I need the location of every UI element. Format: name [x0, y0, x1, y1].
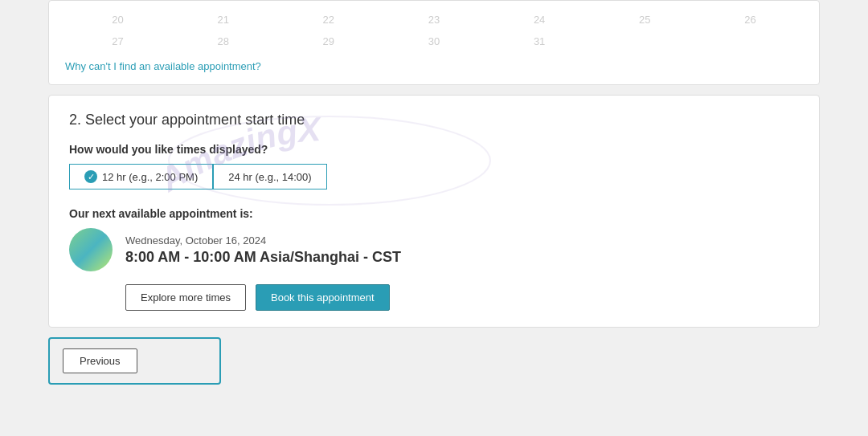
calendar-day: 29 — [276, 31, 381, 52]
time-display-label: How would you like times displayed? — [69, 143, 799, 156]
appointment-date: Wednesday, October 16, 2024 — [125, 234, 401, 247]
calendar-day: 22 — [276, 9, 381, 31]
format-24hr-button[interactable]: 24 hr (e.g., 14:00) — [213, 164, 326, 189]
calendar-row: 27 28 29 30 31 — [65, 31, 803, 52]
calendar-day: 24 — [487, 9, 592, 31]
section-title: 2. Select your appointment start time — [69, 112, 799, 128]
format-24hr-label: 24 hr (e.g., 14:00) — [228, 171, 311, 183]
calendar-day — [592, 31, 698, 52]
calendar-day: 26 — [698, 9, 803, 31]
calendar-day — [698, 31, 803, 52]
explore-times-button[interactable]: Explore more times — [125, 284, 246, 311]
appointment-icon — [69, 228, 113, 271]
calendar-day: 20 — [65, 9, 170, 31]
calendar-day: 30 — [381, 31, 486, 52]
appointment-section: 2. Select your appointment start time Ho… — [48, 95, 820, 328]
calendar-day: 25 — [592, 9, 698, 31]
calendar-grid: 20 21 22 23 24 25 26 27 28 29 30 31 — [65, 9, 803, 52]
appointment-actions: Explore more times Book this appointment — [125, 284, 799, 311]
format-12hr-button[interactable]: ✓ 12 hr (e.g., 2:00 PM) — [69, 164, 213, 189]
why-appointment-link[interactable]: Why can't I find an available appointmen… — [65, 60, 803, 72]
appointment-details: Wednesday, October 16, 2024 8:00 AM - 10… — [125, 234, 401, 266]
appointment-time: 8:00 AM - 10:00 AM Asia/Shanghai - CST — [125, 249, 401, 266]
checkmark-icon: ✓ — [84, 170, 97, 183]
calendar-day: 31 — [487, 31, 592, 52]
nav-section: Previous — [48, 337, 221, 385]
calendar-day: 27 — [65, 31, 170, 52]
calendar-day: 23 — [381, 9, 486, 31]
book-appointment-button[interactable]: Book this appointment — [256, 284, 390, 311]
calendar-day: 21 — [170, 9, 276, 31]
previous-button[interactable]: Previous — [63, 348, 137, 373]
appointment-card: Wednesday, October 16, 2024 8:00 AM - 10… — [69, 228, 799, 271]
calendar-section: 20 21 22 23 24 25 26 27 28 29 30 31 — [48, 0, 820, 85]
next-appt-label: Our next available appointment is: — [69, 207, 799, 220]
calendar-row: 20 21 22 23 24 25 26 — [65, 9, 803, 31]
calendar-day: 28 — [170, 31, 276, 52]
time-format-options: ✓ 12 hr (e.g., 2:00 PM) 24 hr (e.g., 14:… — [69, 164, 799, 189]
format-12hr-label: 12 hr (e.g., 2:00 PM) — [102, 171, 198, 183]
